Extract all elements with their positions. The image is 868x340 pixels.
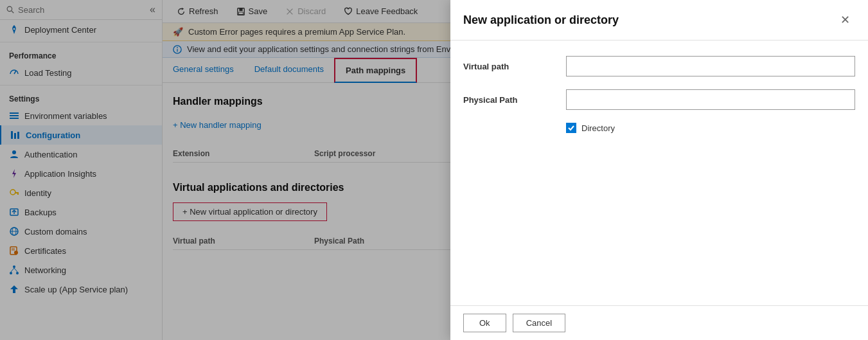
directory-checkbox-row: Directory — [566, 123, 855, 133]
virtual-path-row: Virtual path — [463, 56, 855, 76]
ok-button[interactable]: Ok — [463, 314, 506, 332]
checkmark-icon — [567, 124, 575, 132]
physical-path-label: Physical Path — [463, 95, 553, 105]
cancel-button[interactable]: Cancel — [513, 314, 565, 332]
directory-checkbox[interactable] — [566, 123, 576, 133]
dialog-footer: Ok Cancel — [450, 305, 868, 340]
dialog-title: New application or directory — [463, 13, 835, 27]
virtual-path-label: Virtual path — [463, 62, 553, 71]
physical-path-row: Physical Path — [463, 89, 855, 110]
virtual-path-input[interactable] — [566, 56, 855, 76]
directory-label: Directory — [581, 123, 615, 133]
close-icon: ✕ — [840, 13, 850, 26]
dialog-close-button[interactable]: ✕ — [835, 10, 855, 30]
dialog-header: New application or directory ✕ — [450, 0, 868, 40]
dialog-body: Virtual path Physical Path Directory — [450, 40, 868, 305]
physical-path-input[interactable] — [566, 89, 855, 110]
new-app-directory-dialog: New application or directory ✕ Virtual p… — [450, 0, 868, 340]
